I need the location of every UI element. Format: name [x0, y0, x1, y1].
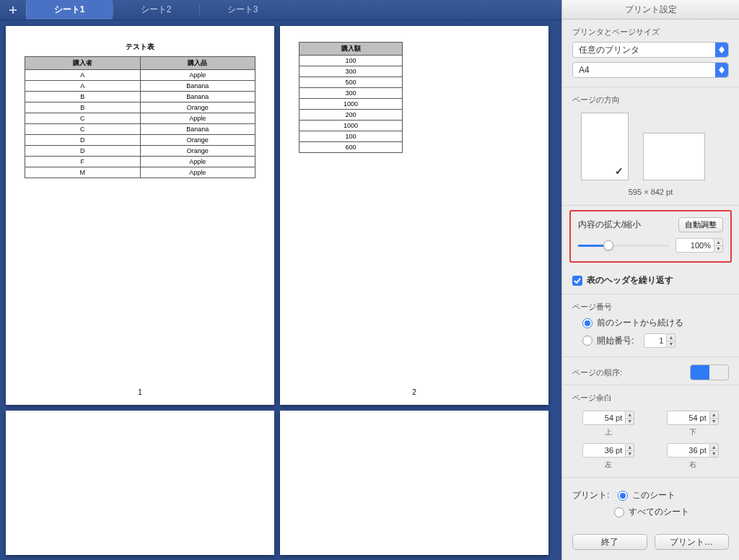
print-all-sheets-radio[interactable]: [614, 507, 624, 517]
content-scale-section: 内容の拡大/縮小 自動調整 100% ▲▼: [569, 210, 732, 263]
margin-bottom-input[interactable]: 54 pt: [667, 411, 710, 425]
pagenum-start-input[interactable]: 1: [644, 333, 667, 348]
orientation-section: ページの方向 595 × 842 pt: [562, 87, 739, 206]
table-cell: 100: [299, 56, 403, 66]
pagenum-start-radio[interactable]: [582, 336, 592, 346]
page-order-down[interactable]: [709, 365, 728, 380]
orientation-landscape[interactable]: [643, 133, 705, 180]
preview-page-4: [280, 411, 548, 555]
col-header: 購入者: [25, 57, 141, 70]
chevron-updown-icon: [715, 63, 728, 77]
table-cell: Orange: [140, 146, 255, 157]
preview-page-2: 購入額 10030050030010002001000100600 2: [280, 26, 548, 405]
scale-stepper[interactable]: ▲▼: [714, 238, 723, 253]
table-row: 100: [299, 131, 403, 142]
scale-slider[interactable]: [578, 240, 670, 251]
table-cell: Apple: [140, 113, 255, 124]
print-button[interactable]: プリント…: [655, 534, 730, 550]
table-cell: B: [25, 92, 141, 102]
table-row: CBanana: [25, 124, 255, 135]
table-row: 300: [299, 66, 403, 77]
page-order-section: ページの順序:: [562, 357, 739, 385]
page-order-segmented[interactable]: [690, 364, 729, 380]
table-cell: B: [25, 102, 141, 113]
pagenum-continue-radio[interactable]: [582, 318, 592, 328]
repeat-headers-row[interactable]: 表のヘッダを繰り返す: [562, 267, 739, 294]
margin-right-stepper[interactable]: ▲▼: [710, 443, 719, 458]
table-cell: Banana: [140, 124, 255, 135]
table-cell: A: [25, 70, 141, 81]
print-this-sheet-radio[interactable]: [618, 491, 628, 501]
page1-table: 購入者 購入品 AAppleABananaBBananaBOrangeCAppl…: [25, 56, 255, 178]
margin-bottom-label: 下: [689, 427, 696, 437]
preview-page-1: テスト表 購入者 購入品 AAppleABananaBBananaBOrange…: [6, 26, 274, 405]
margin-top-stepper[interactable]: ▲▼: [626, 411, 634, 425]
table-title: テスト表: [25, 42, 255, 52]
table-row: CApple: [25, 113, 255, 124]
printer-size-label: プリンタとページサイズ: [572, 27, 729, 38]
table-cell: M: [25, 167, 141, 178]
table-cell: D: [25, 135, 141, 146]
table-cell: 500: [299, 77, 403, 88]
table-row: DOrange: [25, 135, 255, 146]
table-row: 1000: [299, 121, 403, 131]
page2-table: 購入額 10030050030010002001000100600: [299, 42, 403, 153]
margin-left-stepper[interactable]: ▲▼: [626, 443, 634, 458]
margin-top-input[interactable]: 54 pt: [582, 411, 626, 425]
margin-left-input[interactable]: 36 pt: [582, 443, 626, 458]
margin-top-label: 上: [605, 427, 612, 437]
page-order-label: ページの順序:: [572, 367, 622, 378]
print-scope-label: プリント:: [572, 489, 609, 502]
pagenum-start-stepper[interactable]: ▲▼: [667, 333, 675, 348]
margins-section: ページ余白 54 pt ▲▼ 上 54 pt ▲▼ 下 36 pt ▲▼: [562, 385, 739, 478]
table-cell: D: [25, 146, 141, 157]
print-this-sheet-label: このシート: [632, 489, 675, 502]
auto-fit-button[interactable]: 自動調整: [678, 217, 723, 232]
table-cell: 200: [299, 110, 403, 121]
panel-footer: 終了 プリント…: [562, 527, 739, 560]
table-cell: Apple: [140, 70, 255, 81]
print-preview-area[interactable]: テスト表 購入者 購入品 AAppleABananaBBananaBOrange…: [0, 20, 561, 560]
sheet-tab-2[interactable]: シート2: [113, 0, 199, 19]
table-row: MApple: [25, 167, 255, 178]
page-dimensions: 595 × 842 pt: [572, 188, 729, 201]
panel-title: プリント設定: [562, 0, 739, 19]
repeat-headers-label: 表のヘッダを繰り返す: [587, 274, 673, 286]
pagenum-start-label: 開始番号:: [597, 335, 634, 347]
table-cell: Banana: [140, 81, 255, 92]
print-scope-section: プリント: このシート すべてのシート: [562, 478, 739, 527]
table-cell: Orange: [140, 135, 255, 146]
table-row: 200: [299, 110, 403, 121]
table-cell: 300: [299, 88, 403, 99]
printer-select[interactable]: 任意のプリンタ: [572, 42, 729, 58]
margin-bottom-stepper[interactable]: ▲▼: [710, 411, 719, 425]
table-cell: Banana: [140, 92, 255, 102]
sheet-tab-3[interactable]: シート3: [199, 0, 286, 19]
table-row: 100: [299, 56, 403, 66]
table-cell: F: [25, 157, 141, 167]
table-row: BOrange: [25, 102, 255, 113]
table-row: 500: [299, 77, 403, 88]
margin-right-input[interactable]: 36 pt: [667, 443, 710, 458]
table-row: 300: [299, 88, 403, 99]
table-row: AApple: [25, 70, 255, 81]
table-row: 1000: [299, 99, 403, 110]
table-cell: 300: [299, 66, 403, 77]
paper-size-select[interactable]: A4: [572, 62, 729, 78]
page-order-across[interactable]: [691, 365, 709, 380]
repeat-headers-checkbox[interactable]: [572, 276, 582, 286]
chevron-updown-icon: [715, 43, 728, 57]
add-sheet-button[interactable]: [0, 0, 26, 19]
sheet-tab-1[interactable]: シート1: [26, 0, 113, 19]
done-button[interactable]: 終了: [572, 534, 647, 550]
col-header: 購入額: [299, 43, 403, 56]
orientation-portrait[interactable]: [581, 113, 629, 180]
page-number: 1: [6, 388, 274, 396]
margins-label: ページ余白: [572, 393, 729, 403]
table-cell: 600: [299, 142, 403, 153]
table-cell: Apple: [140, 157, 255, 167]
scale-input[interactable]: 100%: [675, 238, 714, 253]
table-cell: C: [25, 124, 141, 135]
table-row: FApple: [25, 157, 255, 167]
table-cell: A: [25, 81, 141, 92]
